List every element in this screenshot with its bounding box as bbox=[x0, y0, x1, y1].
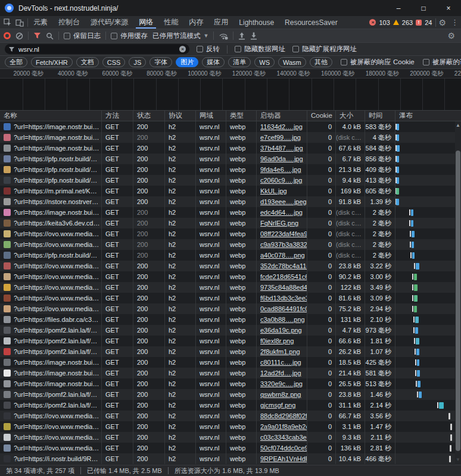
scroll-up-icon[interactable]: ▲ bbox=[455, 122, 461, 129]
clear-filter-icon[interactable]: × bbox=[179, 46, 186, 52]
table-row[interactable]: ?url=https://files.dabr.ca/c3…GET200h2ws… bbox=[0, 314, 461, 325]
column-header-状态[interactable]: 状态 bbox=[133, 111, 165, 121]
initiator-link[interactable]: f0iexl8r.png bbox=[260, 336, 307, 346]
preserve-log-checkbox[interactable]: 保留日志 bbox=[64, 32, 101, 40]
filter-chip-媒体[interactable]: 媒体 bbox=[202, 57, 225, 67]
scroll-down-icon[interactable]: ▼ bbox=[455, 456, 461, 464]
tab-内存[interactable]: 内存 bbox=[183, 16, 208, 29]
minimize-button[interactable]: – bbox=[386, 0, 411, 16]
column-header-名称[interactable]: 名称 bbox=[0, 111, 102, 121]
table-row[interactable]: ?url=https://image.nostr.bui…GET200h2wsr… bbox=[0, 143, 461, 154]
blocked-cookies-checkbox[interactable]: 被屏蔽的响应 Cookie bbox=[341, 58, 415, 67]
table-row[interactable]: ?url=https://ovo.wxw.media…GET200h2wsrv.… bbox=[0, 239, 461, 250]
column-header-方法[interactable]: 方法 bbox=[102, 111, 133, 121]
tab-应用[interactable]: 应用 bbox=[208, 16, 233, 29]
initiator-link[interactable]: KkUL.jpg bbox=[260, 186, 307, 196]
column-header-协议[interactable]: 协议 bbox=[165, 111, 196, 121]
filter-chip-清单[interactable]: 清单 bbox=[228, 57, 251, 67]
disable-cache-checkbox[interactable]: 停用缓存 bbox=[111, 32, 148, 40]
network-overview-timeline[interactable]: 20000 毫秒40000 毫秒60000 毫秒80000 毫秒100000 毫… bbox=[0, 69, 461, 111]
hide-extension-urls-checkbox[interactable]: 隐藏扩展程序网址 bbox=[292, 45, 357, 54]
table-row[interactable]: ?url=https://image.nostr.bui…GET200h2wsr… bbox=[0, 378, 461, 389]
initiator-link[interactable]: 96ad0da….jpg bbox=[260, 154, 307, 164]
filter-chip-Wasm[interactable]: Wasm bbox=[278, 57, 306, 67]
table-row[interactable]: ?url=https://ovo.wxw.media…GET200h2wsrv.… bbox=[0, 228, 461, 239]
error-count[interactable]: 103 bbox=[379, 19, 390, 26]
table-scrollbar[interactable]: ▲ ▼ bbox=[455, 121, 461, 465]
table-row[interactable]: ?url=https://pomf2.lain.la/f/…GET200h2ws… bbox=[0, 346, 461, 357]
throttling-select[interactable]: 已停用节流模式 ▼ bbox=[152, 32, 208, 40]
table-row[interactable]: ?url=https://ovo.wxw.media…GET200h2wsrv.… bbox=[0, 293, 461, 303]
tab-网络[interactable]: 网络 bbox=[133, 16, 158, 29]
console-error-icon[interactable]: × bbox=[369, 19, 376, 26]
table-row[interactable]: ?url=https://pfp.nostr.build/…GET200h2ws… bbox=[0, 154, 461, 164]
filter-chip-文档[interactable]: 文档 bbox=[76, 57, 99, 67]
column-header-类型[interactable]: 类型 bbox=[226, 111, 257, 121]
initiator-link[interactable]: f6bd13db3c3ee3 bbox=[260, 293, 307, 303]
filter-chip-图片[interactable]: 图片 bbox=[176, 57, 198, 67]
table-row[interactable]: ?url=https://pomf2.lain.la/f/…GET200h2ws… bbox=[0, 389, 461, 400]
initiator-link[interactable]: 2f8ukfm1.png bbox=[260, 346, 307, 357]
table-row[interactable]: ?url=https://m.primal.net/K…GET200h2wsrv… bbox=[0, 186, 461, 196]
table-row[interactable]: ?url=https://pfp.nostr.build/…GET200h2ws… bbox=[0, 164, 461, 175]
initiator-link[interactable]: e36da19c.png bbox=[260, 325, 307, 336]
filter-chip-全部[interactable]: 全部 bbox=[5, 57, 27, 67]
initiator-link[interactable]: c2060c9….jpg bbox=[260, 175, 307, 186]
table-row[interactable]: ?url=https://ovo.wxw.media…GET200h2wsrv.… bbox=[0, 443, 461, 453]
table-row[interactable]: ?url=https://pomf2.lain.la/f/…GET200h2ws… bbox=[0, 400, 461, 411]
initiator-link[interactable]: 08ff223daf4fea9 bbox=[260, 228, 307, 239]
initiator-link[interactable]: e7cef99….jpg bbox=[260, 132, 307, 143]
more-options-icon[interactable]: ⋮ bbox=[448, 16, 461, 29]
initiator-link[interactable]: FqNrlEG.png bbox=[260, 218, 307, 228]
invert-filter-checkbox[interactable]: 反转 bbox=[197, 45, 220, 54]
initiator-link[interactable]: 11634d2….jpg bbox=[260, 121, 307, 132]
filter-input[interactable]: wsrv.nl × bbox=[5, 44, 189, 54]
initiator-link[interactable]: 50cf074ddc0ce9 bbox=[260, 443, 307, 453]
column-header-大小[interactable]: 大小 bbox=[336, 111, 365, 121]
table-row[interactable]: ?url=https://image.nostr.bui…GET200h2wsr… bbox=[0, 357, 461, 368]
settings-gear-icon[interactable]: ⚙ bbox=[436, 16, 448, 29]
table-row[interactable]: ?url=https://ovo.wxw.media…GET200h2wsrv.… bbox=[0, 271, 461, 282]
initiator-link[interactable]: 37b4487….jpg bbox=[260, 143, 307, 154]
filter-chip-其他[interactable]: 其他 bbox=[310, 57, 332, 67]
hide-data-urls-checkbox[interactable]: 隐藏数据网址 bbox=[235, 45, 285, 54]
filter-chip-WS[interactable]: WS bbox=[254, 57, 275, 67]
initiator-link[interactable]: 9fda4e6….jpg bbox=[260, 164, 307, 175]
filter-chip-CSS[interactable]: CSS bbox=[102, 57, 126, 67]
filter-chip-Fetch/XHR[interactable]: Fetch/XHR bbox=[31, 57, 73, 67]
tab-元素[interactable]: 元素 bbox=[28, 16, 53, 29]
tab-控制台[interactable]: 控制台 bbox=[53, 16, 85, 29]
filter-icon[interactable] bbox=[33, 32, 41, 39]
table-row[interactable]: ?url=https://pomf2.lain.la/f/…GET200h2ws… bbox=[0, 325, 461, 336]
column-header-Cookie[interactable]: Cookie bbox=[307, 111, 336, 121]
initiator-link[interactable]: c80111c….jpg bbox=[260, 357, 307, 368]
initiator-link[interactable]: 3320e9c….jpg bbox=[260, 378, 307, 389]
export-har-icon[interactable] bbox=[250, 32, 257, 40]
column-header-网域[interactable]: 网域 bbox=[196, 111, 226, 121]
close-button[interactable]: × bbox=[436, 0, 461, 16]
inspect-element-icon[interactable] bbox=[4, 18, 12, 27]
table-row[interactable]: ?url=https://ovo.wxw.media…GET200h2wsrv.… bbox=[0, 261, 461, 271]
table-row[interactable]: ?url=https://i.nostr.build/9R…GET200h2ws… bbox=[0, 453, 461, 464]
import-har-icon[interactable] bbox=[238, 32, 245, 40]
filter-chip-JS[interactable]: JS bbox=[129, 57, 146, 67]
table-row[interactable]: ?url=https://image.nostr.bui…GET200h2wsr… bbox=[0, 207, 461, 218]
tab-ResourcesSaver[interactable]: ResourcesSaver bbox=[279, 16, 343, 29]
network-conditions-icon[interactable] bbox=[219, 32, 228, 40]
table-row[interactable]: ?url=https://image.nostr.bui…GET200h2wsr… bbox=[0, 368, 461, 378]
issues-icon[interactable]: ! bbox=[416, 20, 422, 26]
column-header-启动器[interactable]: 启动器 bbox=[257, 111, 307, 121]
tab-性能[interactable]: 性能 bbox=[158, 16, 183, 29]
table-row[interactable]: ?url=https://pomf2.lain.la/f/…GET200h2ws… bbox=[0, 336, 461, 346]
maximize-button[interactable]: □ bbox=[411, 0, 436, 16]
filter-chip-字体[interactable]: 字体 bbox=[149, 57, 172, 67]
device-toolbar-icon[interactable] bbox=[15, 18, 24, 27]
initiator-link[interactable]: 2a9a01f8a9eb2c bbox=[260, 421, 307, 432]
initiator-link[interactable]: c03c3343cab3ee bbox=[260, 432, 307, 443]
search-icon[interactable] bbox=[46, 32, 54, 40]
column-header-瀑布[interactable]: 瀑布 bbox=[395, 111, 461, 121]
table-row[interactable]: ?url=https://pfp.nostr.build/…GET200h2ws… bbox=[0, 250, 461, 261]
network-settings-gear-icon[interactable]: ⚙ bbox=[445, 31, 457, 40]
initiator-link[interactable]: a40c078….png bbox=[260, 250, 307, 261]
table-row[interactable]: ?url=https://image.nostr.bui…GET200h2wsr… bbox=[0, 132, 461, 143]
